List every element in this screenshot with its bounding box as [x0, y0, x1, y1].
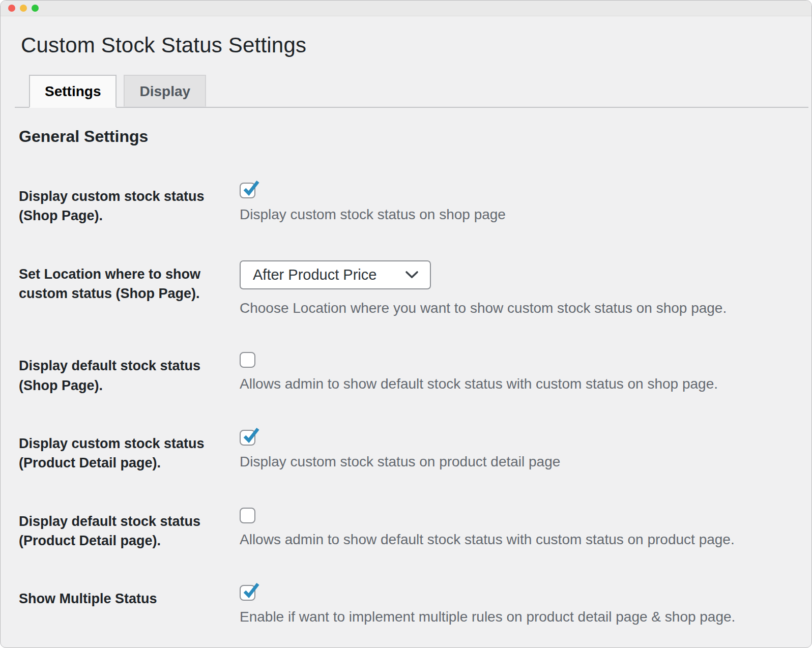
setting-field: Display custom stock status on product d… — [240, 430, 811, 473]
setting-row: Display custom stock status (Shop Page).… — [19, 183, 811, 226]
setting-checkbox[interactable] — [240, 508, 255, 523]
setting-label: Set Location where to show custom status… — [19, 260, 228, 318]
setting-label: Display custom stock status (Shop Page). — [19, 183, 228, 226]
app-window: Custom Stock Status Settings Settings Di… — [0, 0, 812, 648]
page-title: Custom Stock Status Settings — [21, 33, 791, 57]
setting-checkbox[interactable] — [240, 585, 255, 601]
setting-description: Choose Location where you want to show c… — [240, 299, 811, 318]
setting-label: Display custom stock status (Product Det… — [19, 430, 228, 473]
setting-field: Allows admin to show default stock statu… — [240, 352, 811, 395]
setting-field: After Product Price Choose Location wher… — [240, 260, 811, 318]
setting-label: Display default stock status (Product De… — [19, 508, 228, 551]
close-button[interactable] — [8, 5, 15, 12]
tab-bar: Settings Display — [15, 75, 808, 108]
setting-checkbox[interactable] — [240, 352, 255, 368]
setting-field: Enable if want to implement multiple rul… — [240, 585, 811, 627]
tab-display[interactable]: Display — [124, 75, 206, 107]
settings-page: Custom Stock Status Settings Settings Di… — [1, 16, 811, 627]
setting-checkbox[interactable] — [240, 183, 255, 198]
check-icon — [241, 581, 260, 601]
setting-field: Allows admin to show default stock statu… — [240, 508, 811, 551]
setting-description: Enable if want to implement multiple rul… — [240, 607, 811, 627]
window-titlebar — [1, 1, 811, 16]
location-select[interactable]: After Product Price — [240, 260, 431, 289]
minimize-button[interactable] — [20, 5, 27, 12]
select-value: After Product Price — [253, 267, 376, 283]
tab-settings[interactable]: Settings — [29, 75, 117, 108]
setting-checkbox[interactable] — [240, 430, 255, 446]
setting-row: Display default stock status (Product De… — [19, 508, 811, 551]
setting-row: Set Location where to show custom status… — [19, 260, 811, 318]
check-icon — [241, 179, 260, 198]
check-icon — [241, 426, 260, 446]
setting-description: Display custom stock status on product d… — [240, 452, 811, 472]
setting-row: Display default stock status (Shop Page)… — [19, 352, 811, 395]
setting-row: Display custom stock status (Product Det… — [19, 430, 811, 473]
setting-description: Display custom stock status on shop page — [240, 205, 811, 224]
setting-description: Allows admin to show default stock statu… — [240, 530, 811, 549]
zoom-button[interactable] — [32, 5, 39, 12]
setting-label: Display default stock status (Shop Page)… — [19, 352, 228, 395]
chevron-down-icon — [405, 271, 419, 279]
setting-description: Allows admin to show default stock statu… — [240, 374, 811, 394]
settings-rows: Display custom stock status (Shop Page).… — [1, 183, 811, 627]
setting-label: Show Multiple Status — [19, 585, 228, 627]
window-controls — [8, 5, 39, 12]
setting-field: Display custom stock status on shop page — [240, 183, 811, 226]
section-heading: General Settings — [19, 127, 793, 146]
setting-row: Show Multiple Status Enable if want to i… — [19, 585, 811, 627]
